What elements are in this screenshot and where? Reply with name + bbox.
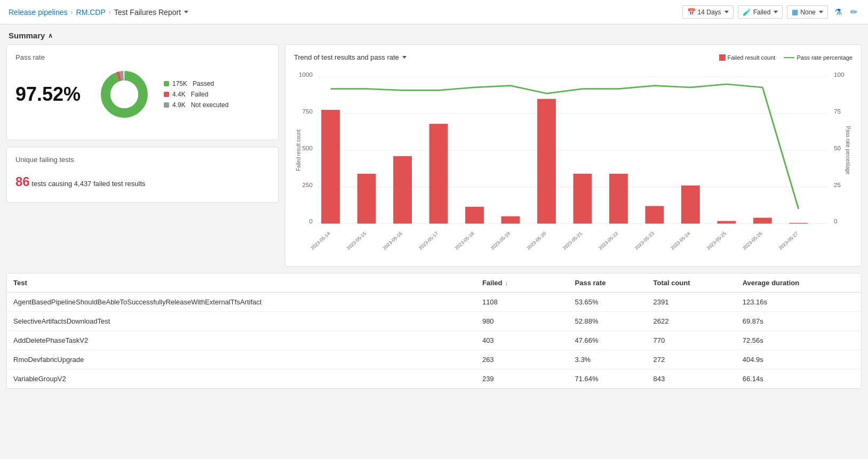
svg-rect-26 (501, 216, 520, 224)
unique-count: 86 (15, 174, 30, 189)
chart-legend-pass-rate-icon (784, 57, 794, 58)
svg-text:2023-05-20: 2023-05-20 (525, 231, 547, 251)
svg-rect-24 (429, 124, 448, 223)
cell-avg-duration: 72.56s (736, 331, 861, 350)
svg-text:2023-05-18: 2023-05-18 (453, 231, 475, 251)
breadcrumb-release-pipelines[interactable]: Release pipelines (9, 8, 68, 17)
chart-legend-failed-icon (719, 54, 726, 61)
cell-total: 2391 (647, 293, 736, 312)
cell-avg-duration: 69.87s (736, 312, 861, 331)
chart-legend-pass-rate: Pass rate percentage (784, 54, 853, 61)
legend-dot-failed (164, 92, 169, 97)
summary-section: Summary ∧ Pass rate 97.52% (0, 25, 868, 273)
cell-test: AgentBasedPipelineShouldBeAbleToSuccessf… (7, 293, 476, 312)
legend-passed: 175K Passed (164, 80, 228, 87)
top-bar: Release pipelines › RM.CDP › Test Failur… (0, 0, 868, 25)
breadcrumb-dropdown-icon[interactable] (184, 11, 188, 13)
group-filter-button[interactable]: ▦ None (787, 5, 828, 19)
svg-text:2023-05-27: 2023-05-27 (777, 231, 799, 251)
days-filter-button[interactable]: 📅 14 Days (682, 5, 734, 19)
svg-text:0: 0 (309, 219, 312, 224)
breadcrumb-rm-cdp[interactable]: RM.CDP (76, 8, 106, 17)
status-filter-label: Failed (753, 9, 771, 16)
cell-test: AddDeletePhaseTaskV2 (7, 331, 476, 350)
table-row: SelectiveArtifactsDownloadTest 980 52.88… (7, 312, 861, 331)
svg-text:750: 750 (302, 108, 313, 114)
chart-legend-area: Failed result count Pass rate percentage (719, 54, 853, 61)
calendar-icon: 📅 (687, 8, 696, 16)
chart-svg: 1000 750 500 250 0 100 75 50 25 0 Failed… (294, 66, 853, 257)
svg-text:75: 75 (834, 108, 841, 114)
cell-avg-duration: 66.14s (736, 369, 861, 389)
pass-rate-content: 97.52% 17 (15, 68, 269, 121)
svg-text:2023-05-21: 2023-05-21 (561, 231, 583, 251)
chart-legend-failed-label: Failed result count (728, 54, 776, 61)
summary-header[interactable]: Summary ∧ (0, 25, 868, 44)
legend-label-failed: Failed (191, 91, 209, 98)
svg-text:500: 500 (302, 145, 313, 151)
svg-text:50: 50 (834, 145, 841, 151)
svg-rect-30 (645, 206, 664, 223)
days-filter-label: 14 Days (698, 9, 721, 16)
cell-failed: 239 (476, 369, 546, 389)
table-row: RmoDevfabricUpgrade 263 3.3% 272 404.9s (7, 350, 861, 369)
svg-rect-31 (681, 186, 700, 224)
chart-legend-pass-rate-label: Pass rate percentage (797, 54, 853, 61)
breadcrumb-current-text: Test Failures Report (114, 8, 181, 17)
cell-empty (545, 369, 568, 389)
cell-total: 2622 (647, 312, 736, 331)
svg-text:2023-05-24: 2023-05-24 (670, 231, 691, 251)
unique-failing-card: Unique failing tests 86 tests causing 4,… (6, 147, 278, 203)
svg-text:250: 250 (302, 182, 313, 188)
left-panel: Pass rate 97.52% (6, 44, 278, 267)
legend-label-not-executed: Not executed (191, 101, 229, 109)
chart-title: Trend of test results and pass rate (294, 53, 399, 61)
chart-legend: 175K Passed 4.4K Failed 4.9K Not execute… (164, 80, 228, 109)
sort-icon[interactable]: ↓ (505, 280, 508, 286)
svg-text:100: 100 (834, 72, 844, 78)
days-filter-chevron (724, 11, 729, 13)
cell-pass-rate: 52.88% (569, 312, 647, 331)
svg-text:2023-05-26: 2023-05-26 (742, 231, 763, 251)
table-header-row: Test Failed ↓ Pass rate Total count Aver… (7, 273, 861, 293)
breadcrumb-sep1: › (71, 9, 73, 16)
svg-text:2023-05-25: 2023-05-25 (705, 231, 727, 251)
group-filter-label: None (800, 9, 816, 16)
cell-avg-duration: 404.9s (736, 350, 861, 369)
cell-total: 843 (647, 369, 736, 389)
cell-total: 272 (647, 350, 736, 369)
cell-pass-rate: 3.3% (569, 350, 647, 369)
svg-rect-27 (537, 99, 556, 223)
unique-text: tests causing 4,437 failed test results (31, 180, 145, 188)
col-failed: Failed ↓ (476, 273, 546, 293)
legend-label-passed: Passed (193, 80, 214, 87)
col-test: Test (7, 273, 476, 293)
main-filter-button[interactable]: ⚗ (832, 5, 844, 19)
svg-text:2023-05-15: 2023-05-15 (346, 231, 368, 251)
col-avg-duration: Average duration (736, 273, 861, 293)
status-filter-button[interactable]: 🧪 Failed (738, 5, 783, 19)
top-bar-right: 📅 14 Days 🧪 Failed ▦ None ⚗ ✏ (682, 5, 859, 19)
chart-legend-failed: Failed result count (719, 54, 776, 61)
cell-total: 770 (647, 331, 736, 350)
legend-count-failed: 4.4K (172, 91, 186, 98)
svg-text:0: 0 (834, 219, 837, 224)
svg-rect-33 (753, 218, 772, 223)
donut-chart (98, 68, 151, 121)
svg-rect-21 (321, 110, 340, 223)
cell-failed: 980 (476, 312, 546, 331)
summary-chevron: ∧ (48, 32, 53, 39)
svg-rect-25 (465, 207, 484, 224)
legend-dot-not-executed (164, 102, 169, 108)
breadcrumb-current: Test Failures Report (114, 8, 188, 17)
chart-title-chevron[interactable] (402, 56, 407, 59)
svg-text:2023-05-23: 2023-05-23 (633, 231, 655, 251)
svg-text:Failed result count: Failed result count (295, 130, 301, 171)
svg-text:1000: 1000 (299, 72, 313, 78)
summary-title: Summary (9, 31, 45, 40)
edit-button[interactable]: ✏ (848, 5, 859, 19)
legend-dot-passed (164, 81, 169, 86)
svg-point-3 (110, 80, 138, 108)
svg-rect-32 (717, 221, 736, 223)
cell-empty (545, 312, 568, 331)
